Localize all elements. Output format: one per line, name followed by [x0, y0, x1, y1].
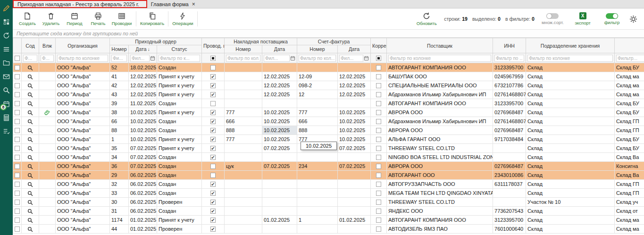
cell-open[interactable] — [22, 153, 39, 162]
filter-input-sod[interactable] — [23, 55, 37, 62]
open-record-icon[interactable] — [27, 154, 33, 159]
open-record-icon[interactable] — [27, 82, 33, 88]
search-icon[interactable] — [3, 86, 10, 94]
table-row[interactable]: ООО "Альфа"4112.02.2025Принят к учету✔12… — [13, 72, 644, 81]
open-record-icon[interactable] — [27, 217, 33, 222]
table-row[interactable]: ООО "Альфа"3106.02.2025Создан✔ЯНДЕКС ООО… — [13, 207, 644, 216]
filter-input-inv_num[interactable] — [299, 55, 336, 62]
row-checkbox[interactable] — [15, 155, 20, 160]
col-header-sel[interactable] — [13, 38, 22, 53]
cell-select[interactable] — [13, 153, 22, 162]
filter-input-inv_date[interactable] — [339, 55, 363, 62]
cell-select[interactable] — [13, 162, 22, 171]
table-row[interactable]: ООО "Альфа"3810.02.2025Принят к учету✔77… — [13, 108, 644, 117]
open-record-icon[interactable] — [27, 91, 33, 97]
cell-open[interactable] — [22, 63, 39, 72]
filter-input-num[interactable] — [111, 55, 127, 62]
calendar-icon[interactable] — [364, 56, 369, 61]
table-row[interactable]: ООО "Альфа"8810.02.2025Создан✔88810.02.2… — [13, 126, 644, 135]
folder-icon[interactable] — [3, 59, 10, 67]
calendar-icon[interactable] — [290, 56, 295, 61]
filter-input-extra[interactable] — [616, 55, 644, 62]
open-record-icon[interactable] — [27, 118, 33, 124]
cell-open[interactable] — [22, 207, 39, 216]
table-row[interactable]: ООО "Альфа"3306.02.2025Создан✔MEGA TEAM … — [13, 189, 644, 198]
filter-input-inn[interactable] — [494, 55, 524, 62]
row-checkbox[interactable] — [15, 110, 20, 115]
cell-select[interactable] — [13, 198, 22, 207]
filter-input-supplier[interactable] — [388, 55, 491, 62]
col-header-sod[interactable]: Сод — [22, 38, 39, 53]
open-record-icon[interactable] — [27, 73, 33, 79]
col-header-org[interactable]: Организация — [56, 38, 110, 53]
cell-open[interactable] — [22, 198, 39, 207]
table-row[interactable]: ООО "Альфа"3006.02.2025Проверен✔THREEWAY… — [13, 198, 644, 207]
cell-select[interactable] — [13, 126, 22, 135]
row-checkbox[interactable] — [15, 200, 20, 205]
cell-open[interactable] — [22, 180, 39, 189]
cell-open[interactable] — [22, 99, 39, 108]
filter-input-org[interactable] — [57, 55, 108, 62]
filter-input-division[interactable] — [527, 55, 613, 62]
table-row[interactable]: ООО "Альфа"3911.02.2025СозданАВТОГАРАНТ … — [13, 99, 644, 108]
cell-open[interactable] — [22, 126, 39, 135]
open-record-icon[interactable] — [27, 190, 33, 195]
create-button[interactable]: Создать — [16, 11, 39, 27]
filter-input-date[interactable] — [130, 55, 150, 62]
col-header-extra[interactable] — [615, 38, 644, 53]
modules-icon[interactable] — [3, 18, 10, 25]
cell-attach[interactable] — [39, 108, 56, 117]
row-checkbox[interactable] — [15, 137, 20, 142]
open-record-icon[interactable] — [27, 181, 33, 186]
cell-open[interactable] — [22, 90, 39, 99]
row-checkbox[interactable] — [15, 83, 20, 88]
col-header-corr[interactable]: Коррек... — [371, 38, 387, 53]
edit-icon[interactable] — [3, 4, 10, 12]
col-header-division[interactable]: Подразделение хранения — [526, 38, 615, 53]
cell-open[interactable] — [22, 81, 39, 90]
close-tab-icon[interactable]: × — [192, 2, 195, 7]
table-row[interactable]: ООО "Альфа"4401.02.2025Проверен✔АВТОДИЗЕ… — [13, 225, 644, 234]
table-row[interactable]: ООО "Альфа"6610.02.2025Создан✔66610.02.2… — [13, 117, 644, 126]
settings-gear-icon[interactable] — [629, 15, 637, 23]
cell-select[interactable] — [13, 144, 22, 153]
cell-select[interactable] — [13, 189, 22, 198]
groupby-dropzone[interactable]: Перетащите сюда колонку для группировки … — [13, 30, 644, 38]
filter-input-sup_date[interactable] — [264, 55, 290, 62]
open-record-icon[interactable] — [27, 199, 33, 204]
cell-select[interactable] — [13, 72, 22, 81]
operations-button[interactable]: Операции — [171, 11, 194, 27]
open-record-icon[interactable] — [27, 100, 33, 106]
filter-checkbox-sel[interactable] — [15, 56, 20, 61]
export-button[interactable]: X экспорт — [571, 11, 594, 26]
table-row[interactable]: ООО "Альфа"4312.02.2025Принят к учету✔12… — [13, 90, 644, 99]
cell-open[interactable] — [22, 117, 39, 126]
cell-select[interactable] — [13, 216, 22, 225]
period-button[interactable]: Период — [63, 11, 86, 27]
row-checkbox[interactable] — [15, 119, 20, 124]
cell-open[interactable] — [22, 216, 39, 225]
open-record-icon[interactable] — [27, 127, 33, 133]
cell-open[interactable] — [22, 162, 39, 171]
open-record-icon[interactable] — [27, 145, 33, 151]
row-checkbox[interactable] — [15, 128, 20, 133]
cell-select[interactable] — [13, 81, 22, 90]
row-checkbox[interactable] — [15, 101, 20, 106]
row-checkbox[interactable] — [15, 146, 20, 151]
cell-select[interactable] — [13, 135, 22, 144]
row-checkbox[interactable] — [15, 227, 20, 232]
row-checkbox[interactable] — [15, 74, 20, 79]
col-header-inv_num[interactable]: Номер — [297, 45, 338, 53]
filter-checkbox-posted[interactable] — [210, 56, 216, 61]
col-header-posted[interactable]: Провод. в балансе — [202, 38, 225, 53]
col-header-date[interactable]: Дата↓ — [129, 45, 157, 53]
col-header-sup_date[interactable]: Дата — [262, 45, 297, 53]
table-row[interactable]: ООО "Альфа"3407.02.2025Создан✔NINGBO BOA… — [13, 153, 644, 162]
cell-open[interactable] — [22, 144, 39, 153]
cell-open[interactable] — [22, 225, 39, 234]
col-header-inv_date[interactable]: Дата — [338, 45, 371, 53]
cell-select[interactable] — [13, 63, 22, 72]
reports-icon[interactable] — [3, 114, 10, 121]
table-row[interactable]: ООО "Альфа"3206.02.2025Создан✔АВТОГРУЗЗА… — [13, 180, 644, 189]
refresh-button[interactable]: Обновить — [415, 11, 438, 27]
